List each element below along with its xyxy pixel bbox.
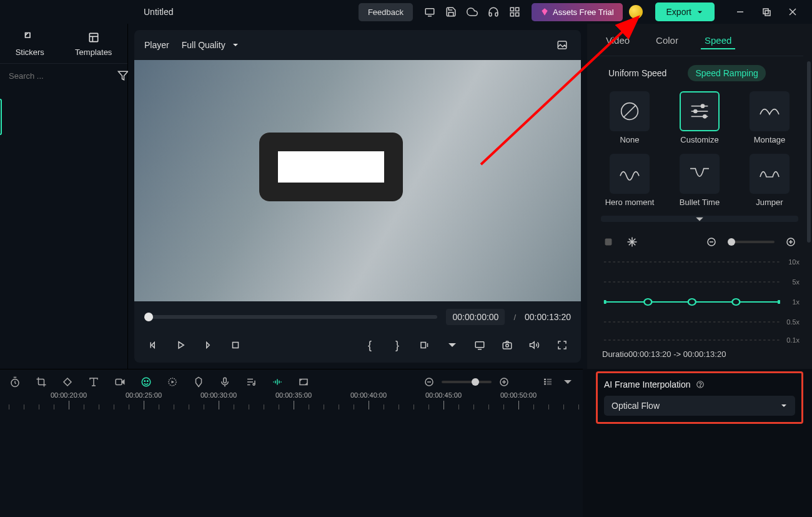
right-tabs: Video Color Speed — [596, 29, 803, 56]
sub-tab-uniform[interactable]: Uniform Speed — [601, 65, 674, 81]
ai-title: AI Frame Interpolation — [604, 379, 691, 389]
timeline-panel: 00:00:20:0000:00:25:0000:00:30:0000:00:3… — [0, 369, 583, 517]
ruler-label: 00:00:35:00 — [275, 391, 312, 399]
timeline-zoom-slider[interactable] — [442, 381, 492, 383]
svg-rect-10 — [89, 33, 97, 41]
assets-trial-button[interactable]: Assets Free Trial — [532, 3, 623, 21]
crop-icon[interactable] — [34, 374, 49, 389]
track-view-icon[interactable] — [540, 374, 555, 389]
volume-icon[interactable] — [526, 336, 543, 354]
tab-video[interactable]: Video — [602, 33, 633, 49]
preset-none[interactable]: None — [602, 91, 658, 145]
settings-dotted-icon[interactable] — [165, 374, 180, 389]
ai-select-value: Optical Flow — [611, 401, 660, 411]
svg-rect-86 — [544, 379, 546, 380]
marker-off-icon[interactable] — [601, 234, 616, 249]
ruler-label: 00:00:45:00 — [425, 391, 462, 399]
ramp-chart[interactable]: 10x 5x 1x 0.5x 0.1x — [601, 256, 798, 343]
svg-rect-27 — [503, 343, 512, 349]
svg-rect-3 — [516, 13, 519, 16]
search-input[interactable] — [9, 71, 114, 81]
progress-track[interactable] — [144, 315, 437, 319]
timeline-zoom-in[interactable] — [497, 374, 512, 389]
brace-open-icon[interactable]: { — [361, 336, 379, 354]
timeline-toolbar — [0, 369, 583, 394]
aspect-icon[interactable] — [296, 374, 311, 389]
svg-marker-68 — [172, 381, 175, 384]
export-button[interactable]: Export — [655, 3, 715, 21]
templates-tab[interactable]: Templates — [75, 31, 112, 57]
ai-select[interactable]: Optical Flow — [604, 396, 795, 416]
marker-icon[interactable] — [191, 374, 206, 389]
player-panel: Player Full Quality 00:00:00:00 / 00:00:… — [134, 30, 581, 363]
timer-icon[interactable] — [7, 374, 22, 389]
record-icon[interactable] — [112, 374, 127, 389]
grid-icon[interactable] — [504, 1, 525, 23]
project-title: Untitled — [144, 7, 173, 17]
ratio-icon[interactable] — [416, 336, 433, 354]
ramp-tools — [596, 228, 803, 256]
svg-point-55 — [688, 299, 696, 305]
main-area: Stickers Templates Player Full Quality — [0, 24, 812, 369]
timeline-body[interactable] — [0, 413, 583, 517]
svg-rect-25 — [421, 343, 426, 348]
preset-grid: None Customize Montage Hero moment Bulle… — [596, 89, 803, 212]
close-button[interactable] — [780, 1, 806, 23]
time-current: 00:00:00:00 — [446, 309, 505, 325]
theme-icon[interactable] — [629, 5, 643, 19]
image-icon[interactable] — [553, 36, 571, 54]
track-menu-icon[interactable] — [560, 374, 575, 389]
timeline-zoom-out[interactable] — [422, 374, 437, 389]
maximize-button[interactable] — [753, 1, 780, 23]
preset-montage[interactable]: Montage — [741, 91, 798, 145]
tag-icon[interactable] — [60, 374, 75, 389]
headphones-icon[interactable] — [483, 1, 504, 23]
video-preview[interactable] — [134, 60, 581, 301]
prev-frame-button[interactable] — [144, 336, 162, 354]
preset-customize[interactable]: Customize — [671, 91, 728, 145]
stop-button[interactable] — [227, 336, 244, 354]
tab-color[interactable]: Color — [652, 33, 682, 49]
face-icon[interactable] — [139, 374, 154, 389]
music-list-icon[interactable] — [244, 374, 259, 389]
selected-asset[interactable] — [0, 99, 2, 135]
tab-speed[interactable]: Speed — [701, 33, 735, 49]
glow-icon[interactable] — [270, 374, 285, 389]
feedback-button[interactable]: Feedback — [359, 3, 413, 21]
zoom-in-icon[interactable] — [783, 234, 798, 249]
svg-rect-24 — [233, 343, 239, 348]
play-button[interactable] — [172, 336, 189, 354]
expand-presets-button[interactable] — [601, 216, 798, 222]
save-icon[interactable] — [440, 1, 462, 23]
screen-icon[interactable] — [419, 1, 440, 23]
preset-jumper[interactable]: Jumper — [741, 154, 798, 208]
progress-thumb[interactable] — [144, 313, 153, 321]
text-icon[interactable] — [86, 374, 101, 389]
ramp-zoom-slider[interactable] — [728, 241, 775, 243]
timeline-ruler[interactable]: 00:00:20:0000:00:25:0000:00:30:0000:00:3… — [0, 394, 583, 413]
preset-bullet[interactable]: Bullet Time — [671, 154, 728, 208]
zoom-out-icon[interactable] — [704, 234, 719, 249]
right-scrollbar[interactable] — [807, 61, 811, 243]
help-icon[interactable] — [696, 380, 705, 389]
svg-rect-38 — [605, 239, 612, 246]
screen-display-icon[interactable] — [471, 336, 488, 354]
stickers-tab[interactable]: Stickers — [16, 31, 44, 57]
filter-button[interactable] — [117, 68, 129, 84]
svg-rect-0 — [425, 9, 434, 14]
chevron-down-icon[interactable] — [443, 336, 461, 354]
brace-close-icon[interactable]: } — [389, 336, 406, 354]
mic-icon[interactable] — [217, 374, 232, 389]
fullscreen-icon[interactable] — [553, 336, 571, 354]
player-label: Player — [144, 40, 169, 50]
snapshot-icon[interactable] — [498, 336, 516, 354]
library-body — [0, 88, 127, 369]
next-frame-button[interactable] — [199, 336, 217, 354]
sub-tab-ramping[interactable]: Speed Ramping — [688, 65, 765, 81]
preset-hero[interactable]: Hero moment — [602, 154, 658, 208]
svg-marker-23 — [207, 343, 210, 348]
cloud-icon[interactable] — [462, 1, 483, 23]
quality-select[interactable]: Full Quality — [182, 40, 239, 50]
minimize-button[interactable] — [727, 1, 753, 23]
freeze-icon[interactable] — [625, 234, 640, 249]
